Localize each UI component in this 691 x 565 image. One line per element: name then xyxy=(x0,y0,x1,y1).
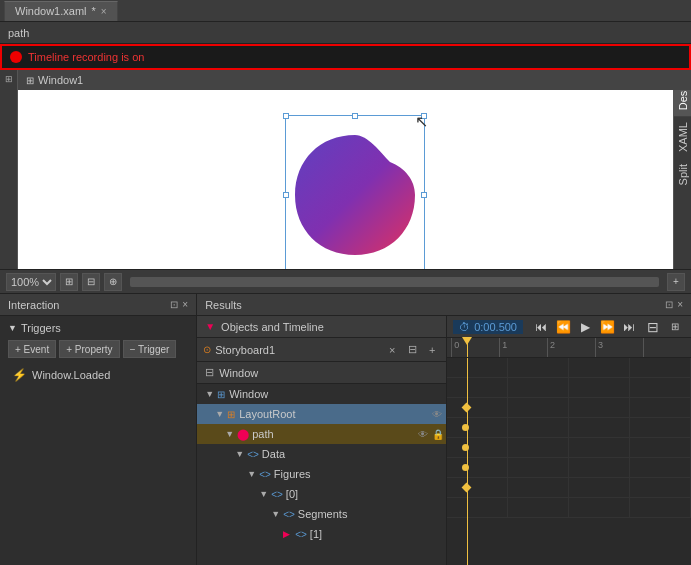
recording-dot xyxy=(10,51,22,63)
handle-ml[interactable] xyxy=(283,192,289,198)
storyboard-close-btn[interactable]: × xyxy=(384,342,400,358)
results-close[interactable]: × xyxy=(677,299,683,310)
path-eye[interactable]: 👁 xyxy=(418,429,428,440)
remove-trigger-btn[interactable]: − Trigger xyxy=(123,340,177,358)
tl-cell xyxy=(569,438,630,457)
layoutroot-icon: ⊞ xyxy=(227,409,235,420)
window1-tab[interactable]: Window1.xaml * × xyxy=(4,1,118,21)
tl-row-layoutroot xyxy=(447,378,691,398)
tl-row-window xyxy=(447,358,691,378)
objects-arrow: ▼ xyxy=(205,321,215,332)
tree-row-0[interactable]: ▼ <> [0] xyxy=(197,484,446,504)
tl-cell xyxy=(508,398,569,417)
timeline-option2-btn[interactable]: ⊞ xyxy=(665,317,685,337)
path-lock-icon[interactable]: 🔒 xyxy=(432,429,444,440)
interaction-title: Interaction xyxy=(8,299,59,311)
tl-cell xyxy=(447,498,508,517)
playback-play-btn[interactable]: ▶ xyxy=(575,317,595,337)
playback-end-btn[interactable]: ⏭ xyxy=(619,317,639,337)
tab-xaml[interactable]: XAML xyxy=(674,116,691,158)
timeline-header: ⏱ 0:00.500 ⏮ ⏪ ▶ ⏩ ⏭ ⊟ ⊞ xyxy=(447,316,691,338)
time-display: ⏱ 0:00.500 xyxy=(453,320,523,334)
tl-cell xyxy=(447,438,508,457)
tree: ▼ ⊞ Window ▼ ⊞ LayoutRoot 👁 xyxy=(197,384,446,565)
handle-mr[interactable] xyxy=(421,192,427,198)
tree-arrow-path: ▼ xyxy=(225,429,237,439)
tree-label-1: [1] xyxy=(310,528,322,540)
tree-label-segments: Segments xyxy=(298,508,348,520)
tl-cell xyxy=(630,378,691,397)
playhead-ruler xyxy=(467,338,468,357)
playhead-diamond xyxy=(462,337,472,345)
tree-row-1[interactable]: ▶ <> [1] xyxy=(197,524,446,544)
storyboard-add-btn[interactable]: + xyxy=(424,342,440,358)
playback-start-btn[interactable]: ⏮ xyxy=(531,317,551,337)
objects-left: ▼ Objects and Timeline ⊙ Storyboard1 × ⊟… xyxy=(197,316,447,565)
storyboard-icon: ⊙ xyxy=(203,344,211,355)
time-value: 0:00.500 xyxy=(474,321,517,333)
right-panels: Results ⊡ × ▼ Objects and Timeline ⊙ Sto… xyxy=(197,294,691,565)
objects-timeline: ▼ Objects and Timeline ⊙ Storyboard1 × ⊟… xyxy=(197,316,691,565)
tab-close[interactable]: × xyxy=(101,6,107,17)
results-icon[interactable]: ⊡ xyxy=(665,299,673,310)
storyboard-name: Storyboard1 xyxy=(215,344,380,356)
seg1-tag-icon: <> xyxy=(295,529,307,540)
tree-row-layoutroot[interactable]: ▼ ⊞ LayoutRoot 👁 xyxy=(197,404,446,424)
handle-tc[interactable] xyxy=(352,113,358,119)
layoutroot-eye[interactable]: 👁 xyxy=(432,409,442,420)
tab-split[interactable]: Split xyxy=(674,158,691,191)
panel-close[interactable]: × xyxy=(182,299,188,310)
trigger-item-window-loaded[interactable]: ⚡ Window.Loaded xyxy=(8,366,188,384)
ruler-1: 1 xyxy=(499,338,547,357)
path-dot-icon: ⬤ xyxy=(237,428,249,441)
window-row: ⊟ Window xyxy=(197,362,446,384)
grid2-icon-btn[interactable]: ⊟ xyxy=(82,273,100,291)
timeline-right: ⏱ 0:00.500 ⏮ ⏪ ▶ ⏩ ⏭ ⊟ ⊞ xyxy=(447,316,691,565)
tree-label-path: path xyxy=(252,428,273,440)
zoom-plus-btn[interactable]: + xyxy=(667,273,685,291)
ruler-3: 3 xyxy=(595,338,643,357)
results-title: Results xyxy=(205,299,242,311)
horizontal-scrollbar[interactable] xyxy=(130,277,659,287)
handle-tr[interactable] xyxy=(421,113,427,119)
ruler-2: 2 xyxy=(547,338,595,357)
tree-arrow-layoutroot: ▼ xyxy=(215,409,227,419)
storyboard-settings-btn[interactable]: ⊟ xyxy=(404,342,420,358)
playback-next-btn[interactable]: ⏩ xyxy=(597,317,617,337)
handle-tl[interactable] xyxy=(283,113,289,119)
tree-row-window[interactable]: ▼ ⊞ Window xyxy=(197,384,446,404)
tree-arrow-segments: ▼ xyxy=(271,509,283,519)
add-event-btn[interactable]: + Event xyxy=(8,340,56,358)
tl-cell xyxy=(447,358,508,377)
snap-icon-btn[interactable]: ⊕ xyxy=(104,273,122,291)
tl-cell xyxy=(508,478,569,497)
canvas-window-label: Window1 xyxy=(38,74,83,86)
add-property-btn[interactable]: + Property xyxy=(59,340,119,358)
zoom-select[interactable]: 100% 75% 50% 150% 200% xyxy=(6,273,56,291)
tl-cell xyxy=(569,358,630,377)
results-header-icons: ⊡ × xyxy=(665,299,683,310)
tl-cell xyxy=(569,478,630,497)
panel-icon-1[interactable]: ⊡ xyxy=(170,299,178,310)
timeline-settings-btn[interactable]: ⊟ xyxy=(643,317,663,337)
tl-cell xyxy=(569,498,630,517)
ruler-marks: 0 1 2 3 xyxy=(447,338,691,357)
window-name: Window xyxy=(219,367,258,379)
triggers-arrow[interactable]: ▼ xyxy=(8,323,17,333)
tree-row-data[interactable]: ▼ <> Data xyxy=(197,444,446,464)
results-header: Results ⊡ × xyxy=(197,294,691,316)
data-tag-icon: <> xyxy=(247,449,259,460)
grid-icon-btn[interactable]: ⊞ xyxy=(60,273,78,291)
tree-row-figures[interactable]: ▼ <> Figures xyxy=(197,464,446,484)
panel-header-icons: ⊡ × xyxy=(170,299,188,310)
clock-icon: ⏱ xyxy=(459,321,470,333)
canvas[interactable]: ⊞ Window1 xyxy=(18,70,691,269)
tl-row-data xyxy=(447,418,691,438)
tl-cell xyxy=(508,358,569,377)
tl-cell xyxy=(508,458,569,477)
tree-row-segments[interactable]: ▼ <> Segments xyxy=(197,504,446,524)
playback-prev-btn[interactable]: ⏪ xyxy=(553,317,573,337)
tl-cell xyxy=(630,498,691,517)
tree-row-path[interactable]: ▼ ⬤ path 👁 🔒 xyxy=(197,424,446,444)
tree-label-0: [0] xyxy=(286,488,298,500)
